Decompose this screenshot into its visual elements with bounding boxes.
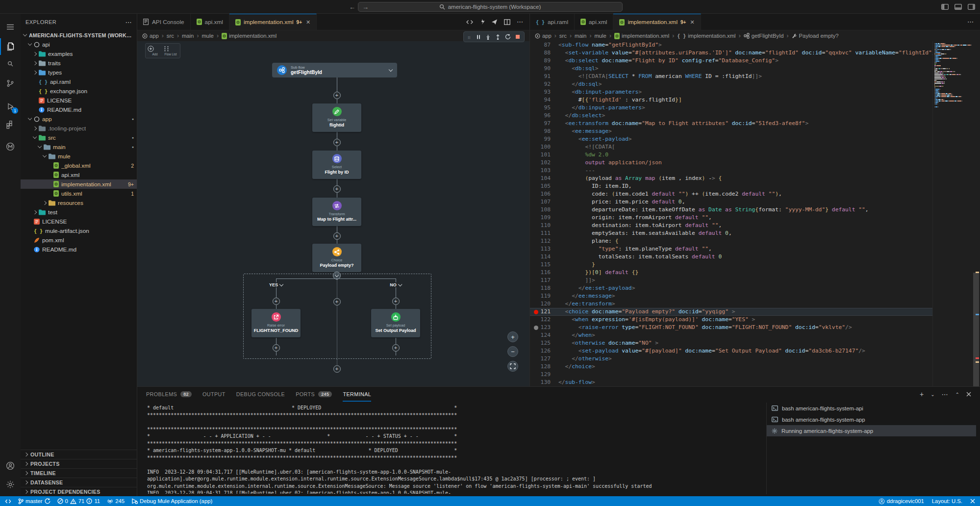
add-component-button[interactable]: + — [273, 344, 280, 352]
tree-item--global-xml[interactable]: _global.xml2 — [21, 161, 137, 170]
flow-node-flightid[interactable]: Set variableflightId — [312, 103, 361, 132]
panel-tab-debug-console[interactable]: DEBUG CONSOLE — [236, 387, 285, 402]
line-number[interactable]: 88 — [530, 49, 558, 57]
line-number[interactable]: 111 — [530, 229, 558, 237]
line-number[interactable]: 112 — [530, 237, 558, 245]
line-number[interactable]: 127 — [530, 355, 558, 363]
keyboard-layout[interactable]: Layout: U.S. — [932, 498, 962, 504]
debug-status[interactable]: Debug Mule Application (app) — [131, 498, 212, 504]
explorer-icon[interactable] — [0, 38, 21, 55]
breadcrumb-item-implementation-xml[interactable]: implementation.xml — [222, 33, 276, 39]
tree-item-readme-md[interactable]: README.md — [21, 105, 137, 114]
line-number[interactable]: 130 — [530, 379, 558, 386]
tab-api-xml[interactable]: api.xml — [575, 14, 613, 30]
line-number[interactable]: 119 — [530, 292, 558, 300]
flow-node-set-payload[interactable]: Set payloadSet Output Payload — [371, 309, 420, 337]
terminal-output[interactable]: * default * DEPLOYED * *****************… — [147, 405, 760, 494]
line-number[interactable]: 91 — [530, 73, 558, 80]
chevron-down-icon[interactable]: ⌄ — [930, 391, 934, 398]
line-number[interactable]: 105 — [530, 182, 558, 190]
editor-scrollbar[interactable] — [972, 41, 980, 386]
search-icon[interactable] — [0, 55, 21, 72]
settings-gear-icon[interactable] — [0, 476, 21, 493]
line-number[interactable]: 126 — [530, 347, 558, 355]
breadcrumb-item-mule[interactable]: mule — [594, 33, 606, 39]
tree-item-traits[interactable]: traits — [21, 58, 137, 68]
line-number[interactable]: 116 — [530, 269, 558, 277]
code-icon[interactable] — [466, 19, 473, 25]
line-number[interactable]: 122 — [530, 316, 558, 324]
scrollbar-thumb[interactable] — [973, 273, 979, 386]
toggle-sidebar-icon[interactable] — [941, 4, 949, 10]
sidebar-section-timeline[interactable]: TIMELINE — [21, 468, 137, 478]
flow-list-button[interactable]: Flow List — [163, 45, 178, 57]
tree-item-implementation-xml[interactable]: implementation.xml9+ — [21, 179, 137, 189]
line-number[interactable]: 125 — [530, 339, 558, 347]
line-number[interactable]: 89 — [530, 57, 558, 65]
tree-item-api-raml[interactable]: { }api.raml — [21, 77, 137, 86]
breadcrumb-item-main[interactable]: main — [575, 33, 587, 39]
grip-icon[interactable]: ⁝⁝ — [468, 33, 472, 40]
tree-item--tooling-project[interactable]: .tooling-project — [21, 124, 137, 133]
line-number[interactable]: 107 — [530, 198, 558, 206]
line-number[interactable]: 128 — [530, 363, 558, 371]
line-number[interactable]: 96 — [530, 112, 558, 120]
line-number[interactable]: 120 — [530, 300, 558, 308]
breadcrumb-item-implementation-xml[interactable]: { }implementation.xml — [677, 33, 735, 39]
line-number[interactable]: 103 — [530, 167, 558, 175]
branch-indicator[interactable]: master — [18, 498, 50, 505]
extensions-icon[interactable] — [0, 116, 21, 133]
line-number[interactable]: 115 — [530, 261, 558, 269]
breadcrumb-item-getflightbyid[interactable]: getFlightById — [744, 33, 784, 39]
close-icon[interactable]: ✕ — [306, 19, 310, 25]
close-icon[interactable] — [966, 392, 971, 397]
tree-item-readme-md[interactable]: README.md — [21, 245, 137, 254]
tree-item-main[interactable]: main● — [21, 142, 137, 152]
restart-icon[interactable] — [505, 34, 511, 40]
tree-item-api-xml[interactable]: api.xml — [21, 170, 137, 179]
ellipsis-icon[interactable]: ⋯ — [517, 18, 524, 25]
branch-label-yes[interactable]: YES — [267, 282, 285, 287]
breadcrumb-item-mule[interactable]: mule — [201, 33, 214, 39]
tree-item-utils-xml[interactable]: utils.xml1 — [21, 189, 137, 198]
tab-implementation-xml[interactable]: implementation.xml9+✕ — [613, 14, 701, 30]
line-number[interactable]: 118 — [530, 284, 558, 292]
run-icon[interactable] — [479, 19, 485, 25]
line-number[interactable]: 108 — [530, 206, 558, 214]
line-number[interactable]: 93 — [530, 88, 558, 96]
tab-api-raml[interactable]: { }api.raml — [530, 14, 575, 30]
mule-flow-canvas[interactable]: AddFlow ListSub flowgetFlightById++++Set… — [137, 41, 529, 386]
tab-api-console[interactable]: API Console — [137, 14, 191, 30]
terminal-item-running-american-flights-system-app[interactable]: Running american-flights-system-app — [767, 425, 976, 436]
line-number[interactable]: 92 — [530, 80, 558, 88]
nav-forward-icon[interactable]: → — [362, 3, 369, 11]
code-editor[interactable]: 87<sub-flow name="getFlightById">88 <set… — [530, 41, 932, 386]
command-center-search[interactable]: american-flights-system (Workspace) — [358, 2, 623, 12]
line-number[interactable]: 87 — [530, 41, 558, 49]
tree-item-mule-artifact-json[interactable]: { }mule-artifact.json — [21, 226, 137, 235]
subflow-header[interactable]: Sub flowgetFlightById — [272, 63, 397, 77]
tree-item-license[interactable]: LICENSE — [21, 217, 137, 226]
minimap[interactable] — [932, 41, 972, 386]
terminal-item-bash-american-flights-system-api[interactable]: bash american-flights-system-api — [767, 403, 976, 414]
flow-node-payload-empty-[interactable]: ChoicePayload empty? — [312, 244, 361, 272]
tree-item-pom-xml[interactable]: pom.xml — [21, 235, 137, 245]
disabled-breakpoint-icon[interactable] — [534, 326, 538, 330]
run-and-debug-icon[interactable]: 1 — [0, 98, 21, 115]
breadcrumb-item-app[interactable]: app — [142, 33, 159, 39]
step-out-icon[interactable] — [495, 34, 501, 40]
split-editor-icon[interactable] — [504, 19, 510, 25]
breadcrumb-item-main[interactable]: main — [182, 33, 194, 39]
add-component-button[interactable]: + — [333, 92, 341, 99]
sidebar-section-outline[interactable]: OUTLINE — [21, 450, 137, 459]
line-number[interactable]: 121 — [530, 308, 558, 316]
line-number[interactable]: 102 — [530, 159, 558, 167]
line-number[interactable]: 123 — [530, 324, 558, 331]
toggle-secondary-sidebar-icon[interactable] — [968, 4, 975, 10]
breadcrumb-item-app[interactable]: app — [535, 33, 552, 39]
panel-tab-terminal[interactable]: TERMINAL — [343, 387, 371, 402]
add-button[interactable]: Add — [148, 45, 162, 57]
line-number[interactable]: 109 — [530, 214, 558, 222]
line-number[interactable]: 114 — [530, 253, 558, 261]
tree-item-license[interactable]: LICENSE — [21, 96, 137, 105]
